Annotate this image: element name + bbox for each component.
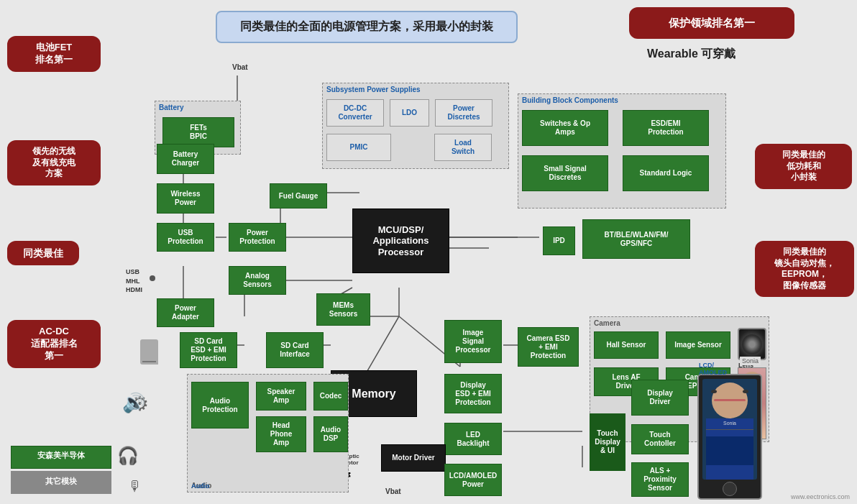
wireless-power-box: Wireless Power	[157, 183, 214, 214]
audio-dsp-box: Audio DSP	[313, 416, 348, 452]
vbat-bottom-label: Vbat	[385, 487, 401, 495]
display-driver-box: Display Driver	[631, 380, 689, 416]
pmic-box: PMIC	[326, 134, 391, 161]
lcd-amoled-power-box: LCD/AMOLED Power	[444, 464, 502, 496]
callout-wireless-wired: 领先的无线 及有线充电 方案	[7, 140, 101, 185]
callout-best-in-class: 同类最佳	[7, 241, 79, 265]
audio-protection-box: Audio Protection	[191, 382, 249, 429]
ldo-box: LDO	[390, 99, 429, 127]
bt-ble-box: BT/BLE/WLAN/FM/ GPS/NFC	[582, 219, 690, 259]
onsemi-legend: 安森美半导体	[11, 446, 111, 469]
microphone-icon: 🎙	[128, 478, 142, 495]
mhl-connector	[150, 275, 155, 281]
audio-bottom-label: Audio	[191, 482, 210, 490]
audio-container: Audio Audio Protection Speaker Amp Codec…	[187, 374, 349, 492]
led-backlight-box: LED Backlight	[444, 423, 502, 455]
esd-emi-box: ESD/EMI Protection	[623, 110, 709, 146]
callout-protection: 保护领域排名第一	[629, 7, 794, 39]
screen-status: Sonia	[740, 357, 761, 365]
wearable-label: Wearable 可穿戴	[647, 47, 735, 62]
power-discretes-box: Power Discretes	[435, 99, 492, 127]
camera-esd-box: Camera ESD + EMI Protection	[518, 327, 579, 367]
lcd-amoled-screen: Sonia	[697, 374, 762, 500]
fets-bpic-box: FETs BPIC	[162, 117, 234, 147]
speaker-amp-box: Speaker Amp	[256, 382, 306, 411]
touch-display-box: Touch Display & UI	[590, 413, 625, 471]
mcu-dsp-box: MCU/DSP/ Applications Processor	[352, 209, 449, 273]
motor-driver-box: Motor Driver	[381, 444, 446, 472]
battery-charger-box: Battery Charger	[157, 144, 214, 174]
analog-sensors-box: Analog Sensors	[229, 266, 286, 295]
website-label: www.eectronics.com	[791, 493, 850, 500]
hall-sensor-box: Hall Sensor	[594, 331, 659, 359]
usb-protection-box: USB Protection	[157, 223, 214, 252]
callout-battery-fet: 电池FET 排名第一	[7, 36, 101, 72]
top-callout: 同类最佳的全面的电源管理方案，采用最小的封装	[216, 11, 518, 43]
fuel-gauge-box: Fuel Gauge	[270, 183, 327, 209]
power-adapter-box: Power Adapter	[157, 298, 214, 327]
diagram-container: 同类最佳的全面的电源管理方案，采用最小的封装 电池FET 排名第一 领先的无线 …	[0, 0, 857, 504]
sd-card-icon	[140, 339, 158, 365]
callout-camera: 同类最佳的 镜头自动对焦， EEPROM， 图像传感器	[755, 241, 854, 297]
switches-op-box: Switches & Op Amps	[522, 110, 608, 146]
image-signal-box: Image Signal Processor	[444, 320, 502, 363]
speaker-icon: 🔊	[122, 392, 145, 414]
headphone-icon: 🎧	[117, 446, 139, 466]
head-phone-amp-box: Head Phone Amp	[256, 416, 306, 452]
callout-ac-dc: AC-DC 适配器排名 第一	[7, 320, 101, 368]
small-signal-box: Small Signal Discretes	[522, 155, 608, 191]
image-sensor-box: Image Sensor	[666, 331, 730, 359]
vbat-top-label: Vbat	[232, 63, 248, 71]
power-protection-box: Power Protection	[229, 223, 286, 252]
callout-low-power: 同类最佳的 低功耗和 小封装	[755, 144, 852, 189]
lcd-amoled-label: LCD/ AMOLED	[699, 362, 727, 376]
ipd-box: IPD	[543, 226, 575, 255]
subsystem-power-container: Subsystem Power Supplies DC-DC Converter…	[322, 83, 509, 169]
als-proximity-box: ALS + Proximity Sensor	[631, 462, 689, 497]
load-switch-box: Load Switch	[434, 134, 492, 161]
display-esd-box: Display ESD + EMI Protection	[444, 374, 502, 413]
codec-box: Codec	[313, 382, 348, 411]
building-block-container: Building Block Components Switches & Op …	[518, 93, 726, 209]
dc-dc-box: DC-DC Converter	[326, 99, 384, 127]
sd-card-interface-box: SD Card Interface	[266, 332, 324, 368]
sd-card-esd-box: SD Card ESD + EMI Protection	[180, 332, 237, 368]
top-callout-text: 同类最佳的全面的电源管理方案，采用最小的封装	[240, 20, 493, 32]
standard-logic-box: Standard Logic	[623, 155, 709, 191]
touch-controller-box: Touch Contoller	[631, 424, 689, 454]
other-modules-legend: 其它模块	[11, 471, 111, 494]
camera-lens	[738, 328, 766, 360]
usb-mhl-hdmi-label: USB MHL HDMI	[126, 267, 142, 295]
mems-sensors-box: MEMs Sensors	[316, 293, 370, 326]
